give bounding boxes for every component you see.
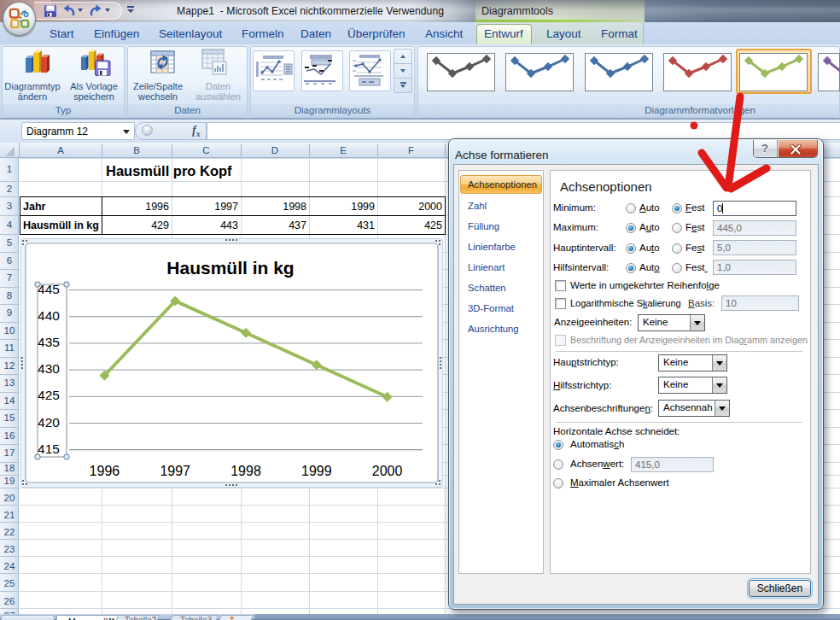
svg-text:440: 440 xyxy=(38,308,60,323)
svg-text:445: 445 xyxy=(38,282,60,296)
svg-text:2000: 2000 xyxy=(372,464,403,478)
svg-text:420: 420 xyxy=(38,415,60,430)
svg-text:1997: 1997 xyxy=(160,464,190,478)
svg-text:1999: 1999 xyxy=(301,464,332,478)
svg-text:1998: 1998 xyxy=(230,464,261,478)
svg-text:430: 430 xyxy=(38,361,60,376)
svg-text:425: 425 xyxy=(38,388,60,402)
svg-text:415: 415 xyxy=(38,442,60,456)
svg-text:435: 435 xyxy=(38,335,60,349)
svg-text:1996: 1996 xyxy=(90,464,120,478)
